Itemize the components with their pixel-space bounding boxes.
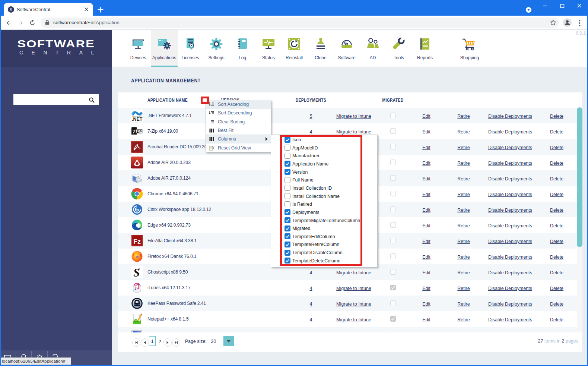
svg-text:.NET: .NET (132, 117, 143, 122)
svg-text:7: 7 (132, 128, 135, 135)
svg-text:S: S (133, 266, 140, 278)
svg-text:ZIP: ZIP (137, 130, 142, 133)
svg-text:Fz: Fz (133, 238, 141, 245)
svg-text:S: S (10, 7, 12, 12)
